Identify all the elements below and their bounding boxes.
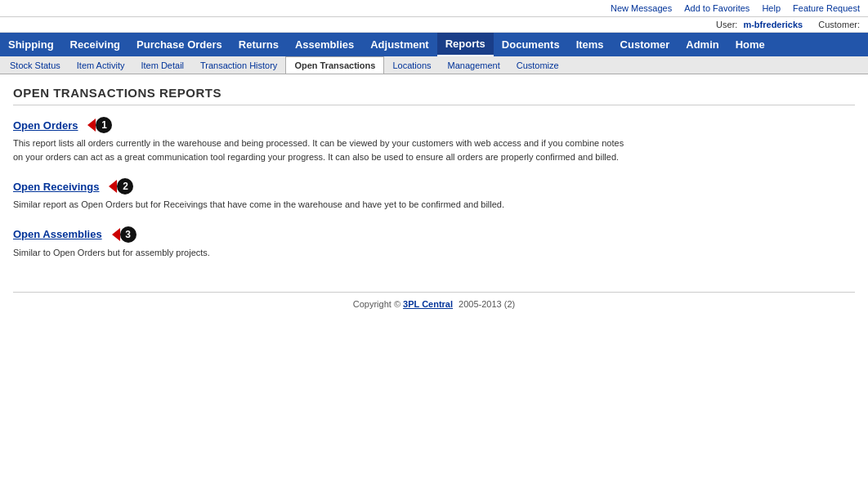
nav-purchase-orders[interactable]: Purchase Orders xyxy=(128,33,230,56)
arrow-icon-3 xyxy=(112,228,120,241)
subnav-locations[interactable]: Locations xyxy=(384,56,439,74)
help-link[interactable]: Help xyxy=(762,3,781,13)
nav-customer[interactable]: Customer xyxy=(612,33,678,56)
open-orders-link[interactable]: Open Orders xyxy=(13,119,78,132)
badge-2: 2 xyxy=(117,178,133,195)
user-label: User: xyxy=(716,20,737,29)
open-assemblies-link[interactable]: Open Assemblies xyxy=(13,228,102,240)
add-favorites-link[interactable]: Add to Favorites xyxy=(684,3,749,13)
badge-arrow-1: 1 xyxy=(87,117,112,133)
open-receivings-link[interactable]: Open Receivings xyxy=(13,181,99,193)
open-assemblies-desc: Similar to Open Orders but for assembly … xyxy=(13,246,634,260)
nav-home[interactable]: Home xyxy=(727,33,773,56)
arrow-icon-1 xyxy=(87,119,96,132)
subnav-stock-status[interactable]: Stock Status xyxy=(2,56,69,74)
customer-label: Customer: xyxy=(818,20,860,29)
footer-3pl-link[interactable]: 3PL Central xyxy=(403,299,453,309)
nav-receiving[interactable]: Receiving xyxy=(62,33,128,56)
footer-year: 2005-2013 (2) xyxy=(459,299,515,309)
nav-adjustment[interactable]: Adjustment xyxy=(362,33,437,56)
subnav-customize[interactable]: Customize xyxy=(508,56,567,74)
username-value: m-bfredericks xyxy=(743,20,803,29)
nav-documents[interactable]: Documents xyxy=(494,33,568,56)
new-messages-link[interactable]: New Messages xyxy=(611,3,672,13)
subnav-management[interactable]: Management xyxy=(440,56,508,74)
subnav-transaction-history[interactable]: Transaction History xyxy=(192,56,285,74)
footer: Copyright © 3PL Central 2005-2013 (2) xyxy=(13,292,855,315)
content-area: Open Transactions Reports Open Orders 1 … xyxy=(0,74,868,401)
report-open-receivings: Open Receivings 2 Similar report as Open… xyxy=(13,178,855,212)
report-open-orders: Open Orders 1 This report lists all orde… xyxy=(13,117,855,163)
badge-arrow-3: 3 xyxy=(112,226,136,243)
sub-nav: Stock Status Item Activity Item Detail T… xyxy=(0,56,868,74)
badge-arrow-2: 2 xyxy=(109,178,133,195)
arrow-icon-2 xyxy=(109,180,117,193)
badge-1: 1 xyxy=(96,117,112,133)
nav-assemblies[interactable]: Assemblies xyxy=(287,33,362,56)
top-bar: New Messages Add to Favorites Help Featu… xyxy=(0,0,868,17)
report-open-assemblies: Open Assemblies 3 Similar to Open Orders… xyxy=(13,226,855,260)
main-nav: Shipping Receiving Purchase Orders Retur… xyxy=(0,33,868,56)
subnav-item-detail[interactable]: Item Detail xyxy=(132,56,192,74)
nav-shipping[interactable]: Shipping xyxy=(0,33,62,56)
nav-reports[interactable]: Reports xyxy=(437,33,494,56)
feature-request-link[interactable]: Feature Request xyxy=(793,3,860,13)
nav-admin[interactable]: Admin xyxy=(678,33,727,56)
nav-items[interactable]: Items xyxy=(568,33,612,56)
open-receivings-desc: Similar report as Open Orders but for Re… xyxy=(13,198,634,212)
subnav-item-activity[interactable]: Item Activity xyxy=(69,56,133,74)
footer-copyright: Copyright © xyxy=(353,299,400,309)
badge-3: 3 xyxy=(120,226,136,243)
page-title: Open Transactions Reports xyxy=(13,86,855,105)
open-orders-desc: This report lists all orders currently i… xyxy=(13,136,634,163)
nav-returns[interactable]: Returns xyxy=(230,33,287,56)
user-bar: User: m-bfredericks Customer: xyxy=(0,17,868,33)
subnav-open-transactions[interactable]: Open Transactions xyxy=(285,56,384,74)
